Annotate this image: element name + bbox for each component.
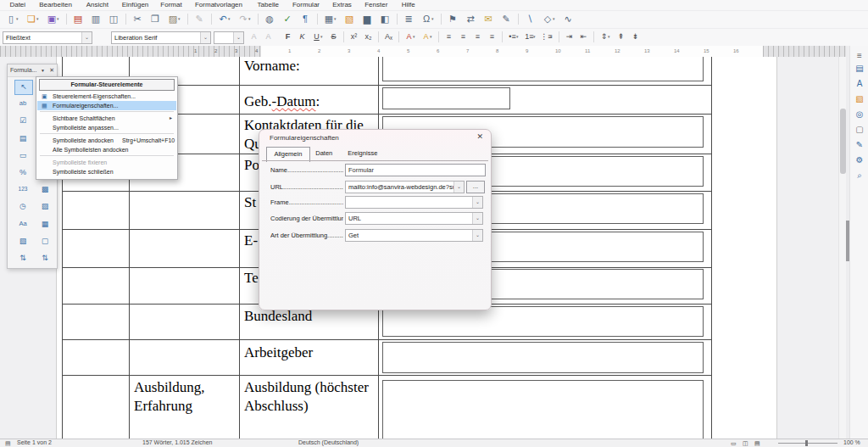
toolbar-context-menu[interactable]: Formular-Steuerelemente ▣Steuerelement-E… <box>36 76 178 180</box>
select-tool-icon[interactable]: ↖ <box>14 80 33 95</box>
styles-panel-icon[interactable]: A <box>853 77 866 90</box>
italic-icon[interactable]: K <box>296 31 309 43</box>
clone-formatting-icon[interactable]: ✎ <box>192 12 207 26</box>
view-layout-icon[interactable]: ▭ <box>731 440 737 447</box>
align-center-icon[interactable]: ≡ <box>457 31 470 43</box>
list-box-control-icon[interactable]: ▤ <box>14 131 31 145</box>
menubar-item-einfügen[interactable]: Einfügen <box>115 0 155 10</box>
properties-panel-icon[interactable]: ▤ <box>853 62 866 75</box>
cut-icon[interactable]: ✂ <box>130 12 145 26</box>
gallery-panel-icon[interactable]: ▧ <box>853 92 866 105</box>
insert-hyperlink-icon[interactable]: ⚑ <box>445 12 460 26</box>
numbered-list-dropdown-arrow[interactable]: ▾ <box>533 34 536 39</box>
font-name-combo-dropdown-arrow[interactable]: ⌄ <box>200 32 210 43</box>
cross-reference-icon[interactable]: ⇄ <box>463 12 478 26</box>
spin-button-control-icon[interactable]: ⇅ <box>14 251 31 265</box>
undo-dropdown-arrow[interactable]: ▾ <box>228 16 231 21</box>
view-layout-icon[interactable]: ◫ <box>743 440 748 447</box>
zoom-slider[interactable] <box>778 443 837 444</box>
pattern-field-control-icon[interactable]: ▩ <box>36 182 53 196</box>
underline-dropdown-arrow[interactable]: ▾ <box>320 34 323 39</box>
context-menu-item-symbolleiste-anpassen[interactable]: Symbolleiste anpassen... <box>37 123 176 132</box>
text-box-control-icon[interactable]: ab <box>14 97 31 110</box>
menubar-item-tabelle[interactable]: Tabelle <box>250 0 287 10</box>
method-combo[interactable]: Get⌄ <box>345 229 483 242</box>
space-below-icon[interactable]: ⇟ <box>629 31 642 43</box>
page-count[interactable]: Seite 1 von 2 <box>17 439 52 445</box>
insert-image-icon[interactable]: ▧ <box>342 12 357 26</box>
navigator-panel-icon[interactable]: ◎ <box>853 108 866 120</box>
url-combo-dropdown-arrow[interactable]: ⌄ <box>453 182 464 193</box>
form-text-input[interactable] <box>382 342 704 373</box>
track-changes-icon[interactable]: ✎ <box>498 12 514 26</box>
formatting-marks-icon[interactable]: ¶ <box>298 12 313 26</box>
form-text-input[interactable] <box>382 306 704 337</box>
justify-icon[interactable]: ≡ <box>486 31 498 43</box>
page-break-icon[interactable]: ≣ <box>401 12 416 26</box>
method-combo-dropdown-arrow[interactable]: ⌄ <box>472 230 482 241</box>
align-left-icon[interactable]: ≡ <box>442 31 455 43</box>
font-size-combo[interactable]: ⌄ <box>214 31 244 44</box>
menubar-item-extras[interactable]: Extras <box>326 0 359 10</box>
url-combo[interactable]: mailto:info@sanvira-webdesign.de?subjec⌄ <box>345 181 465 193</box>
special-character-dropdown-arrow[interactable]: ▾ <box>431 16 434 21</box>
url-browse-button[interactable]: ... <box>466 181 485 193</box>
copy-icon[interactable]: ❐ <box>147 12 163 26</box>
form-text-input[interactable] <box>382 87 510 109</box>
menubar-item-bearbeiten[interactable]: Bearbeiten <box>32 0 80 10</box>
tab-ereignisse[interactable]: Ereignisse <box>340 147 386 160</box>
print-icon[interactable]: ▥ <box>88 12 103 26</box>
insert-comment-icon[interactable]: ✉ <box>481 12 496 26</box>
zoom-value[interactable]: 100 % <box>843 439 860 445</box>
context-menu-item-alle-symbolleisten-andocken[interactable]: Alle Symbolleisten andocken <box>37 145 176 154</box>
text-language[interactable]: Deutsch (Deutschland) <box>298 439 359 445</box>
font-size-combo-dropdown-arrow[interactable]: ⌄ <box>233 32 243 43</box>
menubar-item-ansicht[interactable]: Ansicht <box>80 0 116 10</box>
insert-line-icon[interactable]: ∖ <box>522 12 537 26</box>
context-menu-item-symbolleiste-fixieren[interactable]: Symbolleiste fixieren <box>37 158 176 167</box>
context-menu-item-symbolleiste-andocken[interactable]: Symbolleiste andockenStrg+Umschalt+F10 <box>37 136 176 145</box>
context-menu-item-sichtbare-schaltflächen[interactable]: Sichtbare Schaltflächen▸ <box>37 114 176 123</box>
menubar-item-formatvorlagen[interactable]: Formatvorlagen <box>187 0 250 10</box>
paste-dropdown-arrow[interactable]: ▾ <box>178 16 181 21</box>
form-toolbar-titlebar[interactable]: Formula... ▼ ✕ <box>8 64 57 77</box>
font-color-dropdown-arrow[interactable]: ▾ <box>413 34 415 39</box>
horizontal-ruler[interactable]: 123412345678910111213141516 <box>0 46 868 57</box>
zoom-slider-handle[interactable] <box>805 440 808 446</box>
table-control-icon[interactable]: ▦ <box>36 217 53 231</box>
context-menu-item-formulareigenschaften[interactable]: ▦Formulareigenschaften... <box>37 101 176 110</box>
print-preview-icon[interactable]: ◫ <box>106 12 121 26</box>
menubar-item-formular[interactable]: Formular <box>287 0 326 10</box>
highlight-color-dropdown-arrow[interactable]: ▾ <box>430 34 432 39</box>
accessibility-check-panel-icon[interactable]: ⚙ <box>853 154 866 166</box>
find-replace-icon[interactable]: ◍ <box>262 12 277 26</box>
subscript-icon[interactable]: x₂ <box>362 31 375 43</box>
insert-table-dropdown-arrow[interactable]: ▾ <box>334 16 337 21</box>
paragraph-style-combo[interactable]: Fließtext⌄ <box>3 31 92 44</box>
chevron-down-icon[interactable]: ▼ <box>41 64 45 76</box>
time-field-control-icon[interactable]: ◷ <box>14 199 31 213</box>
tab-daten[interactable]: Daten <box>310 147 338 160</box>
encoding-combo-dropdown-arrow[interactable]: ⌄ <box>472 213 482 224</box>
export-pdf-icon[interactable]: ▤ <box>70 12 86 26</box>
insert-chart-icon[interactable]: ▆ <box>359 12 375 26</box>
view-layout-icon[interactable]: ▤ <box>754 440 760 447</box>
spelling-check-icon[interactable]: ✓ <box>280 12 295 26</box>
open-file-dropdown-arrow[interactable]: ▾ <box>36 16 39 21</box>
form-text-input[interactable] <box>382 380 704 439</box>
menubar-item-fenster[interactable]: Fenster <box>359 0 395 10</box>
formatted-field-control-icon[interactable]: % <box>14 165 31 179</box>
frame-combo-dropdown-arrow[interactable]: ⌄ <box>472 197 482 208</box>
decrease-indent-icon[interactable]: ⇤ <box>577 31 590 43</box>
menubar-item-hilfe[interactable]: Hilfe <box>394 0 423 10</box>
name-field[interactable]: Formular <box>345 164 486 176</box>
encoding-combo[interactable]: URL⌄ <box>345 212 483 225</box>
outline-list-dropdown-arrow[interactable]: ▾ <box>550 34 553 39</box>
strikethrough-icon[interactable]: S <box>327 31 340 43</box>
menubar-item-datei[interactable]: Datei <box>3 0 32 10</box>
context-menu-item-symbolleiste-schließen[interactable]: Symbolleiste schließen <box>37 167 176 176</box>
scrollbar-control-icon[interactable]: ⇅ <box>36 251 53 265</box>
new-style-icon[interactable]: A <box>262 31 275 43</box>
paragraph-style-combo-dropdown-arrow[interactable]: ⌄ <box>81 32 92 43</box>
basic-shapes-dropdown-arrow[interactable]: ▾ <box>553 16 555 21</box>
